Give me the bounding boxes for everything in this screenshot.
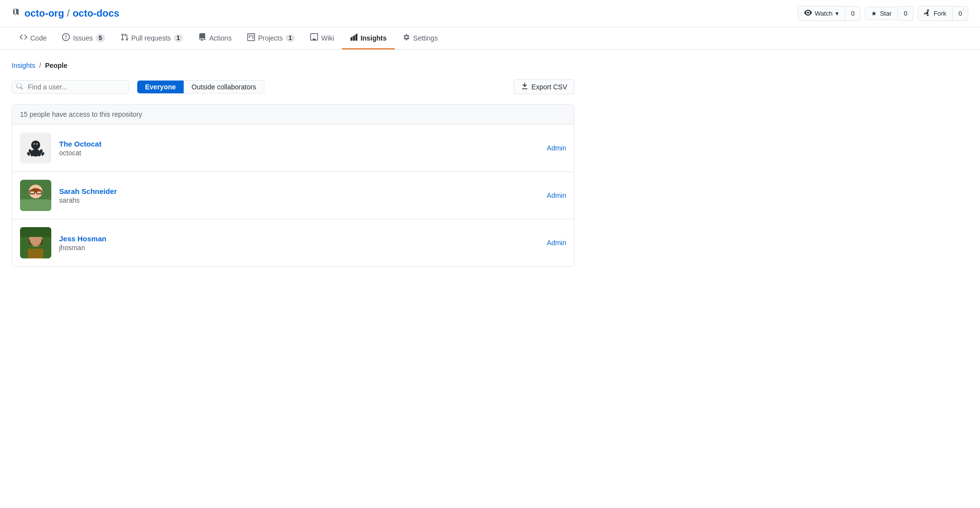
person-role: Admin	[547, 191, 566, 199]
insights-breadcrumb-link[interactable]: Insights	[12, 62, 35, 69]
tab-actions[interactable]: Actions	[191, 27, 239, 49]
repo-icon	[12, 8, 20, 19]
tab-settings[interactable]: Settings	[395, 27, 446, 49]
search-input[interactable]	[12, 80, 129, 94]
watch-label: Watch	[815, 10, 832, 17]
code-icon	[20, 33, 27, 42]
person-role: Admin	[547, 144, 566, 152]
person-row: Sarah Schneider sarahs Admin	[12, 172, 574, 219]
people-header: 15 people have access to this repository	[12, 105, 574, 125]
nav-tabs: Code Issues 5 Pull requests 1 Actions Pr…	[0, 27, 980, 50]
eye-icon	[804, 9, 812, 18]
filters-left: Everyone Outside collaborators	[12, 80, 264, 94]
breadcrumb: Insights / People	[12, 62, 575, 69]
star-count: 0	[898, 6, 914, 21]
watch-button[interactable]: Watch ▾	[798, 6, 845, 21]
wiki-icon	[310, 33, 318, 42]
person-left: Jess Hosman jhosman	[20, 227, 107, 258]
star-icon: ★	[871, 10, 877, 17]
person-username: octocat	[59, 149, 102, 157]
star-btn-group: ★ Star 0	[865, 6, 914, 21]
pr-count: 1	[174, 34, 183, 42]
settings-icon	[403, 33, 410, 42]
person-row: The Octocat octocat Admin	[12, 125, 574, 172]
svg-point-4	[34, 144, 35, 145]
tab-code[interactable]: Code	[12, 27, 54, 49]
person-role: Admin	[547, 239, 566, 247]
breadcrumb-current: People	[45, 62, 67, 69]
person-left: Sarah Schneider sarahs	[20, 180, 117, 211]
tab-insights[interactable]: Insights	[342, 27, 395, 49]
star-button[interactable]: ★ Star	[865, 7, 898, 20]
search-input-wrap	[12, 80, 129, 94]
header-actions: Watch ▾ 0 ★ Star 0 Fork 0	[798, 6, 968, 21]
avatar	[20, 180, 51, 211]
projects-icon	[247, 33, 255, 42]
toggle-group: Everyone Outside collaborators	[137, 80, 264, 94]
tab-issues[interactable]: Issues 5	[54, 27, 112, 49]
tab-projects[interactable]: Projects 1	[239, 27, 302, 49]
search-icon	[16, 83, 23, 91]
export-csv-label: Export CSV	[532, 83, 567, 91]
svg-rect-15	[20, 199, 51, 211]
svg-rect-23	[20, 227, 51, 237]
export-csv-button[interactable]: Export CSV	[513, 79, 575, 94]
watch-btn-group: Watch ▾ 0	[798, 6, 861, 21]
tab-pull-requests[interactable]: Pull requests 1	[113, 27, 191, 49]
person-info: Sarah Schneider sarahs	[59, 187, 117, 204]
fork-count: 0	[953, 6, 968, 21]
fork-icon	[924, 9, 931, 18]
person-row: Jess Hosman jhosman Admin	[12, 219, 574, 266]
repo-title: octo-org / octo-docs	[12, 8, 119, 19]
svg-rect-22	[28, 249, 43, 258]
people-container: 15 people have access to this repository	[12, 104, 575, 267]
fork-btn-group: Fork 0	[917, 6, 968, 21]
main-content: Insights / People Everyone Outside colla…	[0, 50, 586, 278]
projects-count: 1	[286, 34, 295, 42]
everyone-button[interactable]: Everyone	[137, 81, 184, 93]
person-name-link[interactable]: Sarah Schneider	[59, 187, 117, 195]
repo-name-link[interactable]: octo-docs	[73, 8, 120, 19]
tab-wiki[interactable]: Wiki	[302, 27, 341, 49]
export-icon	[521, 82, 529, 91]
person-info: The Octocat octocat	[59, 140, 102, 157]
person-left: The Octocat octocat	[20, 132, 102, 164]
person-username: sarahs	[59, 196, 117, 204]
insights-icon	[350, 33, 358, 42]
org-name-link[interactable]: octo-org	[24, 8, 64, 19]
watch-count: 0	[845, 6, 861, 21]
top-bar: octo-org / octo-docs Watch ▾ 0 ★ Star 0	[0, 0, 980, 27]
svg-point-1	[31, 141, 41, 150]
breadcrumb-separator: /	[67, 8, 70, 19]
outside-collaborators-button[interactable]: Outside collaborators	[184, 81, 264, 93]
person-name-link[interactable]: Jess Hosman	[59, 234, 107, 243]
pr-icon	[121, 33, 128, 42]
star-label: Star	[880, 10, 892, 17]
actions-icon	[198, 33, 206, 42]
fork-button[interactable]: Fork	[917, 6, 953, 21]
issues-icon	[62, 33, 70, 42]
person-name-link[interactable]: The Octocat	[59, 140, 102, 148]
person-username: jhosman	[59, 244, 107, 252]
avatar	[20, 227, 51, 258]
svg-point-5	[37, 144, 38, 145]
breadcrumb-sep: /	[39, 62, 41, 69]
person-info: Jess Hosman jhosman	[59, 234, 107, 252]
avatar	[20, 132, 51, 164]
dropdown-icon: ▾	[835, 10, 839, 17]
filters-row: Everyone Outside collaborators Export CS…	[12, 79, 575, 94]
people-summary: 15 people have access to this repository	[20, 110, 142, 118]
fork-label: Fork	[934, 10, 946, 17]
issues-count: 5	[96, 34, 105, 42]
